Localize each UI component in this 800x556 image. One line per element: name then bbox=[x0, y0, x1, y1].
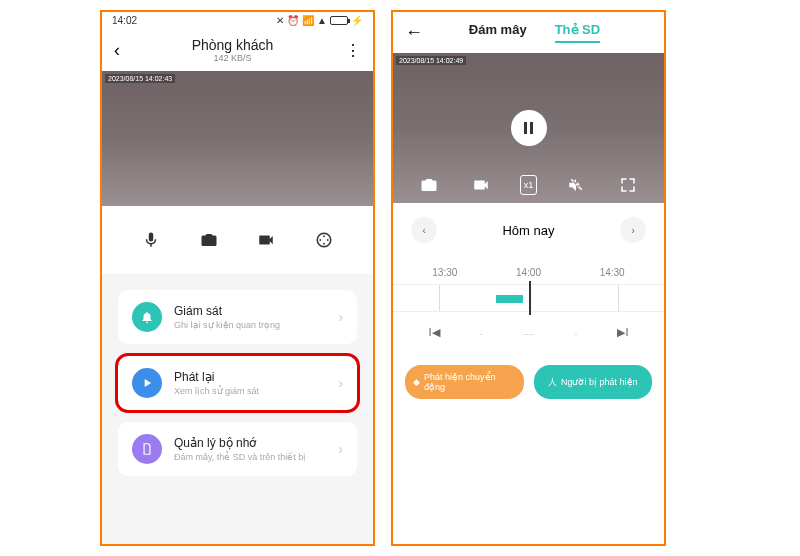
snapshot-button[interactable] bbox=[197, 228, 221, 252]
snapshot-icon[interactable] bbox=[415, 175, 443, 195]
header: ‹ Phòng khách 142 KB/S ⋮ bbox=[102, 29, 373, 71]
pill-label: Người bị phát hiện bbox=[561, 377, 638, 387]
menu-item-storage[interactable]: Quản lý bộ nhớ Đám mây, thẻ SD và trên t… bbox=[118, 422, 357, 476]
menu-item-title: Giám sát bbox=[174, 304, 338, 318]
menu-item-title: Quản lý bộ nhớ bbox=[174, 436, 338, 450]
fullscreen-icon[interactable] bbox=[614, 175, 642, 195]
charge-icon: ⚡ bbox=[351, 15, 363, 26]
status-right: ✕ ⏰ 📶 ▲ ⚡ bbox=[276, 15, 363, 26]
ptz-button[interactable] bbox=[312, 228, 336, 252]
timeline-track[interactable] bbox=[393, 284, 664, 312]
person-icon: 人 bbox=[548, 376, 557, 389]
status-time: 14:02 bbox=[112, 15, 137, 26]
date-nav: ‹ Hôm nay › bbox=[393, 203, 664, 257]
bell-icon bbox=[132, 302, 162, 332]
mic-button[interactable] bbox=[139, 228, 163, 252]
storage-icon bbox=[132, 434, 162, 464]
wifi-icon: ▲ bbox=[317, 15, 327, 26]
play-icon bbox=[132, 368, 162, 398]
timeline-controls: I◀ - — - ▶I bbox=[393, 312, 664, 353]
pause-button[interactable] bbox=[511, 110, 547, 146]
timeline-segment bbox=[496, 295, 523, 303]
battery-icon bbox=[330, 16, 348, 25]
record-button[interactable] bbox=[254, 228, 278, 252]
phone-left: 14:02 ✕ ⏰ 📶 ▲ ⚡ ‹ Phòng khách 142 KB/S ⋮… bbox=[100, 10, 375, 546]
page-title: Phòng khách bbox=[120, 37, 345, 53]
pill-label: Phát hiện chuyển động bbox=[424, 372, 516, 392]
back-button[interactable]: ← bbox=[405, 22, 423, 43]
svg-point-1 bbox=[323, 235, 325, 237]
menu-item-sub: Ghi lại sự kiện quan trọng bbox=[174, 320, 338, 330]
menu-item-playback[interactable]: Phát lại Xem lịch sử giám sát › bbox=[118, 356, 357, 410]
next-day-button[interactable]: › bbox=[620, 217, 646, 243]
svg-point-2 bbox=[323, 243, 325, 245]
playback-preview[interactable]: 2023/08/15 14:02:49 x1 bbox=[393, 53, 664, 203]
signal-icon: 📶 bbox=[302, 15, 314, 26]
detection-filters: ◆ Phát hiện chuyển động 人 Người bị phát … bbox=[393, 353, 664, 411]
status-bar: 14:02 ✕ ⏰ 📶 ▲ ⚡ bbox=[102, 12, 373, 29]
menu-item-monitor[interactable]: Giám sát Ghi lại sự kiện quan trọng › bbox=[118, 290, 357, 344]
prev-day-button[interactable]: ‹ bbox=[411, 217, 437, 243]
camera-preview[interactable]: 2023/08/15 14:02:43 bbox=[102, 71, 373, 206]
timeline-cursor[interactable] bbox=[529, 281, 531, 315]
playback-tabs: ← Đám mây Thẻ SD bbox=[393, 12, 664, 53]
skip-prev-button[interactable]: I◀ bbox=[419, 326, 449, 339]
menu-item-title: Phát lại bbox=[174, 370, 338, 384]
camera-timestamp: 2023/08/15 14:02:49 bbox=[396, 56, 466, 65]
menu-item-sub: Đám mây, thẻ SD và trên thiết bị bbox=[174, 452, 338, 462]
chevron-right-icon: › bbox=[338, 441, 343, 457]
rewind-button[interactable]: - bbox=[466, 327, 496, 339]
svg-point-0 bbox=[317, 233, 331, 247]
svg-point-3 bbox=[319, 239, 321, 241]
timeline: 13:30 14:00 14:30 I◀ - — - ▶I bbox=[393, 257, 664, 353]
mute-icon[interactable] bbox=[562, 175, 590, 195]
record-icon[interactable] bbox=[467, 175, 495, 195]
date-label: Hôm nay bbox=[502, 223, 554, 238]
forward-button[interactable]: - bbox=[561, 327, 591, 339]
more-button[interactable]: ⋮ bbox=[345, 41, 361, 60]
person-filter-pill[interactable]: 人 Người bị phát hiện bbox=[534, 365, 653, 399]
dash: — bbox=[514, 327, 544, 339]
svg-point-4 bbox=[327, 239, 329, 241]
tab-cloud[interactable]: Đám mây bbox=[469, 22, 527, 43]
playback-controls: x1 bbox=[393, 167, 664, 203]
time-label: 14:30 bbox=[600, 267, 625, 278]
time-label: 13:30 bbox=[432, 267, 457, 278]
time-label: 14:00 bbox=[516, 267, 541, 278]
chevron-right-icon: › bbox=[338, 375, 343, 391]
menu-item-sub: Xem lịch sử giám sát bbox=[174, 386, 338, 396]
alarm-icon: ⏰ bbox=[287, 15, 299, 26]
speed-icon[interactable]: x1 bbox=[520, 175, 538, 195]
menu-list: Giám sát Ghi lại sự kiện quan trọng › Ph… bbox=[102, 274, 373, 544]
motion-icon: ◆ bbox=[413, 377, 420, 387]
skip-next-button[interactable]: ▶I bbox=[608, 326, 638, 339]
action-row bbox=[102, 206, 373, 274]
dnd-icon: ✕ bbox=[276, 15, 284, 26]
motion-filter-pill[interactable]: ◆ Phát hiện chuyển động bbox=[405, 365, 524, 399]
phone-right: ← Đám mây Thẻ SD 2023/08/15 14:02:49 x1 … bbox=[391, 10, 666, 546]
camera-timestamp: 2023/08/15 14:02:43 bbox=[105, 74, 175, 83]
empty-space bbox=[393, 411, 664, 544]
tab-sd[interactable]: Thẻ SD bbox=[555, 22, 601, 43]
bitrate-label: 142 KB/S bbox=[120, 53, 345, 63]
chevron-right-icon: › bbox=[338, 309, 343, 325]
